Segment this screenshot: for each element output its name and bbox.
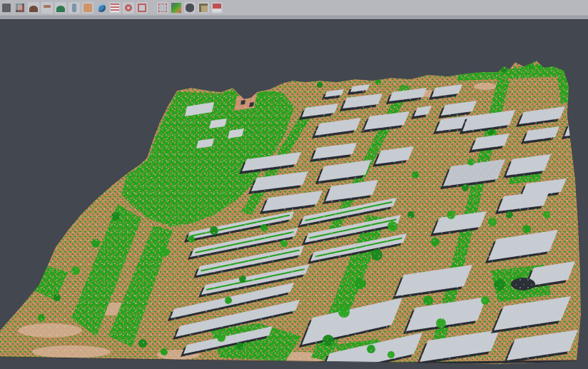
camera-capture-icon[interactable] [184, 2, 196, 14]
viewport-3d[interactable] [0, 20, 588, 369]
zoom-extent-icon[interactable] [136, 2, 148, 14]
app-window [0, 0, 588, 369]
main-toolbar [0, 0, 588, 16]
viewport-container [0, 20, 588, 369]
app-tool-icon[interactable] [1, 2, 12, 14]
globe-3d-icon[interactable] [96, 2, 107, 14]
target-ring-icon[interactable] [123, 2, 134, 14]
classify-points-icon[interactable] [14, 2, 26, 14]
select-region-icon[interactable] [157, 2, 168, 14]
ground-extract-icon[interactable] [41, 2, 53, 14]
measure-box-icon[interactable] [198, 2, 209, 14]
toolbar-separator [150, 2, 155, 14]
attribute-list-icon[interactable] [109, 2, 121, 14]
vegetation-icon[interactable] [55, 2, 66, 14]
classified-display-icon[interactable] [171, 2, 182, 14]
profile-view-icon[interactable] [69, 2, 80, 14]
terrain-model-icon[interactable] [28, 2, 39, 14]
section-cut-icon[interactable] [211, 2, 223, 14]
volume-box-icon[interactable] [82, 2, 93, 14]
